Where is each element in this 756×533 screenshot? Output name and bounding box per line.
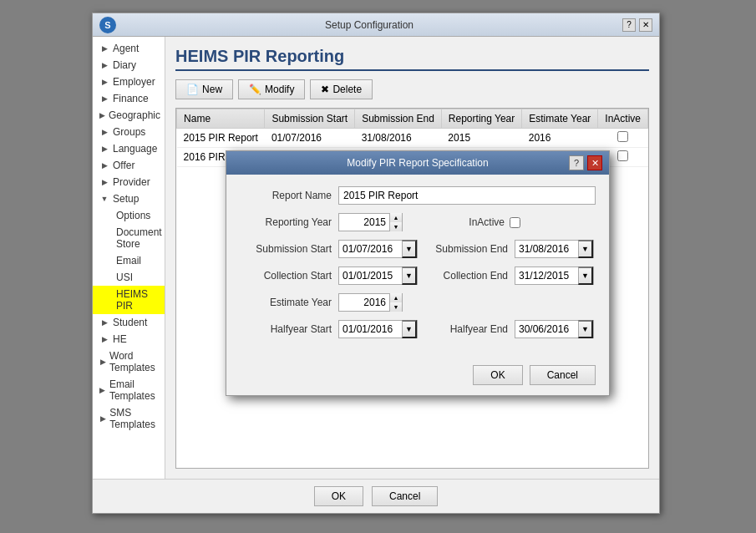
sidebar-item-finance[interactable]: ▶ Finance: [93, 90, 165, 107]
sidebar-label-usi: USI: [116, 272, 133, 283]
expand-icon: ▶: [99, 334, 109, 344]
collection-start-field[interactable]: [339, 268, 402, 283]
spin-down[interactable]: ▼: [390, 222, 402, 231]
estimate-spin-down[interactable]: ▼: [390, 302, 402, 312]
modal-ok-button[interactable]: OK: [473, 365, 522, 385]
inactive-group: InActive: [421, 216, 596, 228]
sidebar-label-student: Student: [113, 317, 147, 328]
estimate-year-spinner[interactable]: ▲ ▼: [338, 293, 403, 312]
sidebar-item-email-templates[interactable]: ▶ Email Templates: [93, 376, 165, 404]
inactive-cell-checkbox[interactable]: [617, 150, 628, 161]
sidebar-label-finance: Finance: [113, 93, 149, 104]
sidebar-item-heims-pir[interactable]: HEIMS PIR: [93, 286, 165, 314]
title-buttons: ? ✕: [622, 18, 652, 32]
sidebar-item-he[interactable]: ▶ HE: [93, 331, 165, 348]
collection-end-calendar[interactable]: ▼: [578, 266, 593, 285]
main-titlebar: S Setup Configuration ? ✕: [93, 13, 659, 37]
sidebar-item-agent[interactable]: ▶ Agent: [93, 40, 165, 57]
sidebar-item-student[interactable]: ▶ Student: [93, 314, 165, 331]
sidebar-label-diary: Diary: [113, 59, 136, 71]
close-button[interactable]: ✕: [639, 18, 652, 32]
delete-button[interactable]: ✖ Delete: [310, 79, 373, 99]
sidebar-label-options: Options: [116, 210, 150, 221]
cell-inactive[interactable]: [598, 129, 648, 148]
sidebar-label-language: Language: [113, 143, 157, 155]
sidebar-label-employer: Employer: [113, 76, 155, 88]
sidebar-item-groups[interactable]: ▶ Groups: [93, 124, 165, 140]
halfyear-row: Halfyear Start ▼ Halfyear End ▼: [240, 320, 596, 338]
modal-help-button[interactable]: ?: [569, 155, 584, 170]
main-cancel-button[interactable]: Cancel: [372, 486, 438, 506]
sidebar-item-document-store[interactable]: Document Store: [93, 224, 165, 252]
submission-start-field[interactable]: [339, 241, 402, 256]
sidebar-item-word-templates[interactable]: ▶ Word Templates: [93, 348, 165, 376]
main-ok-button[interactable]: OK: [314, 486, 363, 506]
sidebar-item-setup[interactable]: ▼ Setup: [93, 190, 165, 207]
sidebar-label-sms-templates: SMS Templates: [109, 407, 158, 430]
spin-up[interactable]: ▲: [390, 213, 402, 222]
collection-end-field[interactable]: [515, 268, 578, 283]
modal-close-button[interactable]: ✕: [587, 155, 602, 170]
estimate-year-input[interactable]: [339, 295, 389, 310]
halfyear-start-calendar[interactable]: ▼: [402, 320, 417, 338]
reporting-year-spinner[interactable]: ▲ ▼: [338, 213, 403, 231]
report-name-label: Report Name: [240, 190, 332, 201]
sidebar-item-offer[interactable]: ▶ Offer: [93, 157, 165, 174]
modal-footer: OK Cancel: [226, 358, 609, 395]
col-reporting-year: Reporting Year: [441, 109, 521, 129]
sidebar-item-diary[interactable]: ▶ Diary: [93, 57, 165, 74]
sidebar-item-usi[interactable]: USI: [93, 269, 165, 286]
modal-cancel-button[interactable]: Cancel: [530, 365, 596, 385]
sidebar-item-geographic[interactable]: ▶ Geographic: [93, 107, 165, 124]
halfyear-end-field[interactable]: [515, 322, 578, 337]
collection-start-calendar[interactable]: ▼: [402, 266, 417, 285]
new-button[interactable]: 📄 New: [175, 79, 233, 99]
sidebar-item-provider[interactable]: ▶ Provider: [93, 174, 165, 190]
sidebar-label-setup: Setup: [113, 193, 139, 205]
collection-start-input[interactable]: ▼: [338, 266, 418, 285]
halfyear-end-input[interactable]: ▼: [515, 320, 594, 338]
reporting-year-input[interactable]: [339, 215, 389, 230]
halfyear-end-calendar[interactable]: ▼: [578, 320, 593, 338]
reporting-year-group: Reporting Year ▲ ▼: [240, 213, 414, 231]
toolbar: 📄 New ✏️ Modify ✖ Delete: [175, 79, 649, 99]
modify-button[interactable]: ✏️ Modify: [238, 79, 305, 99]
modal-body: Report Name Reporting Year ▲ ▼ InActive: [226, 175, 609, 358]
table-row[interactable]: 2015 PIR Report 01/07/2016 31/08/2016 20…: [177, 129, 648, 148]
col-submission-start: Submission Start: [265, 109, 355, 129]
submission-end-group: Submission End ▼: [424, 240, 596, 258]
modal-titlebar: Modify PIR Report Specification ? ✕: [226, 151, 609, 175]
collection-end-input[interactable]: ▼: [515, 266, 594, 285]
expand-icon: ▶: [99, 110, 105, 120]
inactive-cell-checkbox[interactable]: [617, 131, 628, 142]
halfyear-start-input[interactable]: ▼: [338, 320, 418, 338]
report-name-input[interactable]: [338, 186, 596, 205]
submission-start-calendar[interactable]: ▼: [402, 240, 417, 258]
cell-name: 2015 PIR Report: [177, 129, 265, 148]
bottom-buttons: OK Cancel: [93, 479, 659, 513]
modal-title: Modify PIR Report Specification: [266, 157, 569, 169]
spin-buttons: ▲ ▼: [389, 213, 402, 231]
delete-icon: ✖: [321, 84, 329, 95]
modify-icon: ✏️: [249, 84, 261, 95]
collection-end-label: Collection End: [424, 270, 508, 282]
submission-start-input[interactable]: ▼: [338, 240, 418, 258]
sidebar-item-language[interactable]: ▶ Language: [93, 140, 165, 157]
sidebar-item-email[interactable]: Email: [93, 252, 165, 269]
sidebar-label-offer: Offer: [113, 160, 134, 171]
inactive-label: InActive: [421, 216, 505, 228]
sidebar-item-employer[interactable]: ▶ Employer: [93, 74, 165, 90]
sidebar-item-sms-templates[interactable]: ▶ SMS Templates: [93, 404, 165, 433]
estimate-spin-up[interactable]: ▲: [390, 293, 402, 302]
help-button[interactable]: ?: [622, 18, 636, 32]
halfyear-end-group: Halfyear End ▼: [424, 320, 596, 338]
halfyear-start-field[interactable]: [339, 322, 402, 337]
submission-end-field[interactable]: [515, 241, 578, 256]
submission-start-label: Submission Start: [240, 243, 332, 255]
submission-end-calendar[interactable]: ▼: [578, 240, 593, 258]
inactive-checkbox[interactable]: [510, 217, 520, 228]
sidebar-item-options[interactable]: Options: [93, 207, 165, 224]
cell-submission-start: 01/07/2016: [265, 129, 355, 148]
submission-end-input[interactable]: ▼: [515, 240, 594, 258]
halfyear-end-label: Halfyear End: [424, 323, 508, 335]
